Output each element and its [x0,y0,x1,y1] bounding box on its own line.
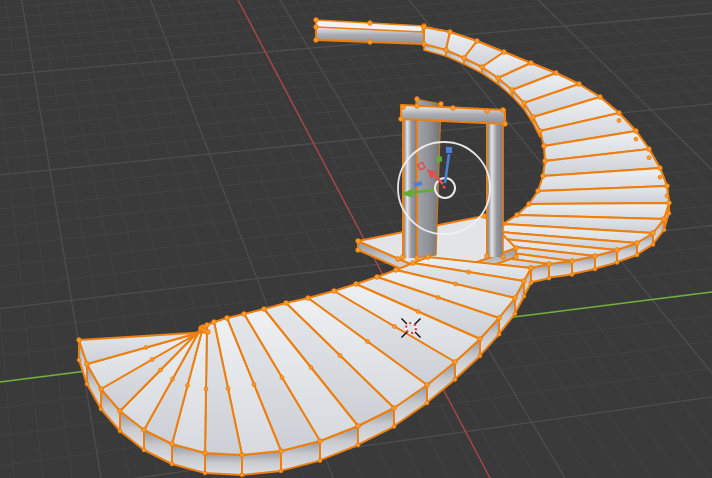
vertex-dot[interactable] [366,340,370,344]
vertex-dot[interactable] [318,439,323,444]
vertex-dot[interactable] [314,38,319,43]
vertex-dot[interactable] [399,117,404,122]
vertex-dot[interactable] [497,316,502,321]
vertex-dot[interactable] [280,376,284,380]
vertex-dot[interactable] [354,282,359,287]
vertex-dot[interactable] [142,448,146,452]
vertex-dot[interactable] [306,296,311,301]
frame-left-post[interactable] [403,106,417,258]
vertex-dot[interactable] [415,104,420,109]
vertex-dot[interactable] [170,442,175,447]
vertex-dot[interactable] [615,248,620,253]
vertex-dot[interactable] [401,255,406,260]
vertex-dot[interactable] [617,119,621,123]
vertex-dot[interactable] [375,275,380,280]
vertex-dot[interactable] [541,174,546,179]
vertex-dot[interactable] [451,106,456,111]
vertex-dot[interactable] [667,201,672,206]
vertex-dot[interactable] [635,241,640,246]
vertex-dot[interactable] [252,383,256,387]
vertex-dot[interactable] [554,71,559,76]
vertex-dot[interactable] [598,95,603,100]
vertex-dot[interactable] [514,246,519,251]
vertex-dot[interactable] [615,261,619,265]
vertex-dot[interactable] [577,82,582,87]
vertex-dot[interactable] [439,102,444,107]
vertex-dot[interactable] [454,282,458,286]
vertex-dot[interactable] [510,88,515,93]
vertex-dot[interactable] [393,325,397,329]
vertex-dot[interactable] [416,310,420,314]
vertex-dot[interactable] [203,451,208,456]
gizmo-yplane-handle[interactable] [436,156,443,163]
vertex-dot[interactable] [448,30,453,35]
vertex-dot[interactable] [529,266,534,271]
vertex-dot[interactable] [314,18,319,23]
vertex-dot[interactable] [531,115,536,120]
vertex-dot[interactable] [503,122,508,127]
vertex-dot[interactable] [662,228,666,232]
vertex-dot[interactable] [542,144,547,149]
vertex-dot[interactable] [667,211,671,215]
vertex-dot[interactable] [204,387,208,391]
vertex-dot[interactable] [186,384,190,388]
vertex-dot[interactable] [206,330,211,335]
vertex-dot[interactable] [422,25,427,30]
vertex-dot[interactable] [513,296,518,301]
vertex-dot[interactable] [368,40,373,45]
vertex-dot[interactable] [356,248,361,253]
vertex-dot[interactable] [338,354,342,358]
vertex-dot[interactable] [475,39,480,44]
vertex-dot[interactable] [497,332,501,336]
vertex-dot[interactable] [651,242,655,246]
vertex-dot[interactable] [536,189,541,194]
vertex-dot[interactable] [658,175,662,179]
vertex-dot[interactable] [226,387,230,391]
vertex-dot[interactable] [570,273,574,277]
vertex-dot[interactable] [467,270,471,274]
vertex-dot[interactable] [485,109,490,114]
vertex-dot[interactable] [453,377,457,381]
gizmo-z-handle[interactable] [446,147,452,153]
vertex-dot[interactable] [547,276,551,280]
vertex-dot[interactable] [332,289,337,294]
vertex-dot[interactable] [444,48,449,53]
vertex-dot[interactable] [547,262,552,267]
vertex-dot[interactable] [634,137,638,141]
vertex-dot[interactable] [617,111,622,116]
vertex-dot[interactable] [159,368,163,372]
vertex-dot[interactable] [522,294,526,298]
vertex-dot[interactable] [453,360,458,365]
vertex-dot[interactable] [356,443,360,447]
viewport-canvas[interactable] [0,0,712,478]
vertex-dot[interactable] [212,320,217,325]
vertex-dot[interactable] [570,259,575,264]
vertex-dot[interactable] [99,387,104,392]
vertex-dot[interactable] [356,239,361,244]
vertex-dot[interactable] [171,377,175,381]
vertex-dot[interactable] [203,471,207,475]
vertex-dot[interactable] [665,194,669,198]
vertex-dot[interactable] [538,129,543,134]
vertex-dot[interactable] [593,267,597,271]
vertex-dot[interactable] [279,469,283,473]
vertex-dot[interactable] [99,407,103,411]
vertex-dot[interactable] [170,462,174,466]
vertex-dot[interactable] [142,428,147,433]
vertex-dot[interactable] [318,459,322,463]
vertex-dot[interactable] [502,50,507,55]
vertex-dot[interactable] [425,401,429,405]
vertex-dot[interactable] [425,383,430,388]
vertex-dot[interactable] [77,358,81,362]
vertex-dot[interactable] [634,129,639,134]
vertex-dot[interactable] [635,253,639,257]
vertex-dot[interactable] [392,406,397,411]
vertex-dot[interactable] [501,108,506,113]
vertex-dot[interactable] [478,354,482,358]
vertex-dot[interactable] [462,56,467,61]
vertex-dot[interactable] [658,166,663,171]
vertex-dot[interactable] [118,409,123,414]
vertex-dot[interactable] [513,312,517,316]
vertex-dot[interactable] [392,425,396,429]
vertex-dot[interactable] [150,358,154,362]
